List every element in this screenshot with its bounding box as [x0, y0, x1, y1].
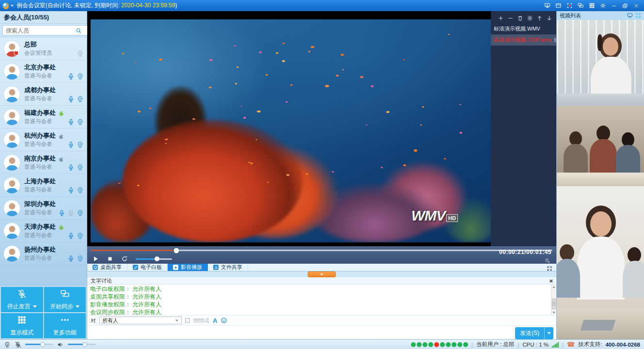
mic-icon[interactable]	[58, 209, 65, 217]
playlist-item[interactable]: 高清演示视频-720P.wmv删除	[491, 34, 556, 46]
webcam-off-icon[interactable]	[77, 50, 84, 57]
webcam-icon[interactable]	[77, 209, 84, 217]
send-options-chevron-icon[interactable]	[545, 332, 553, 334]
participant-name: 总部	[24, 40, 37, 49]
tab-item[interactable]: 文件共享	[208, 264, 248, 271]
webcam-icon[interactable]	[77, 118, 84, 126]
participant-row[interactable]: 杭州办事处普通与会者	[0, 128, 87, 151]
participant-row[interactable]: 南京办事处普通与会者	[0, 151, 87, 174]
speaker-icon[interactable]	[57, 341, 64, 348]
webcam-icon[interactable]	[77, 232, 84, 239]
system-menu-chevron-icon[interactable]	[11, 5, 14, 7]
scroll-down-icon[interactable]	[552, 312, 555, 314]
tab-item[interactable]: 桌面共享	[87, 264, 127, 271]
tab-active-item[interactable]: 影音播放	[168, 264, 208, 271]
close-icon[interactable]	[631, 1, 641, 10]
video-mode-icon[interactable]	[627, 13, 633, 18]
participant-row[interactable]: 上海办事处普通与会者	[0, 174, 87, 197]
restore-icon[interactable]	[620, 1, 630, 10]
mic-icon[interactable]	[67, 232, 75, 239]
scroll-up-icon[interactable]	[552, 286, 555, 288]
whisper-checkbox[interactable]	[185, 318, 190, 323]
participant-row[interactable]: 深圳办事处普通与会者	[0, 197, 87, 220]
playlist-item[interactable]: 标清演示视频.WMV	[491, 23, 556, 34]
participant-avatar	[3, 109, 20, 126]
recipient-select[interactable]: 所有人	[99, 317, 182, 324]
search-icon[interactable]	[76, 27, 82, 33]
participant-row[interactable]: 成都办事处普通与会者	[0, 83, 87, 106]
mic-muted-status-icon[interactable]	[15, 341, 21, 348]
action-button[interactable]: 开始同步	[44, 287, 86, 312]
seek-bar[interactable]	[91, 250, 552, 251]
chat-message: 会议同步权限： 允许所有人	[90, 308, 548, 315]
record-icon[interactable]	[565, 1, 574, 10]
webcam-icon[interactable]	[77, 95, 84, 103]
action-button[interactable]: 显示模式	[1, 313, 43, 338]
play-button[interactable]	[92, 255, 99, 262]
webcam-icon[interactable]	[77, 73, 84, 80]
minimize-icon[interactable]	[609, 1, 619, 10]
action-button[interactable]: 更多功能	[44, 313, 86, 338]
tab-item[interactable]: 电子白板	[127, 264, 168, 271]
webcam-status-icon[interactable]	[4, 341, 11, 348]
chat-scrollbar[interactable]	[551, 285, 556, 315]
mic-volume-slider[interactable]	[25, 344, 53, 345]
webcam-icon[interactable]	[77, 164, 84, 171]
video-thumbnail-1[interactable]	[557, 20, 644, 106]
send-button[interactable]: 发送(S)	[515, 327, 553, 339]
chat-fullscreen-icon[interactable]	[547, 265, 552, 270]
webcam-icon[interactable]	[77, 187, 84, 194]
webcam-icon[interactable]	[77, 255, 84, 262]
stop-button[interactable]	[107, 255, 113, 262]
chevron-down-icon[interactable]	[76, 305, 79, 308]
mic-icon[interactable]	[67, 95, 75, 103]
volume-slider[interactable]	[136, 258, 172, 260]
font-button[interactable]: A	[213, 317, 217, 324]
volume-handle[interactable]	[155, 256, 159, 261]
scrollbar-thumb[interactable]	[552, 299, 556, 309]
settings-gear-icon[interactable]	[598, 1, 608, 10]
webcam-icon[interactable]	[77, 141, 84, 148]
mic-icon[interactable]	[67, 141, 75, 148]
playlist-item-delete[interactable]: 删除	[552, 37, 556, 44]
participant-row[interactable]: 北京办事处普通与会者	[0, 60, 87, 83]
participant-row[interactable]: 福建办事处普通与会者	[0, 106, 87, 128]
mic-icon[interactable]	[67, 255, 75, 262]
chat-close-icon[interactable]: ×	[549, 278, 553, 284]
chevron-down-icon[interactable]	[33, 305, 37, 308]
chat-collapse-handle[interactable]	[308, 271, 336, 277]
replay-button[interactable]	[121, 255, 128, 262]
video-thumbnail-2[interactable]	[557, 106, 644, 186]
video-expand-icon[interactable]	[635, 13, 641, 18]
move-up-icon[interactable]	[536, 15, 543, 21]
seek-handle[interactable]	[174, 248, 179, 253]
participant-row[interactable]: 总部会议管理员	[0, 37, 87, 60]
speaker-volume-slider[interactable]	[68, 344, 96, 345]
webcam-off-icon[interactable]	[67, 209, 75, 217]
delete-icon[interactable]	[517, 15, 523, 21]
move-down-icon[interactable]	[546, 15, 552, 21]
mic-icon[interactable]	[67, 73, 75, 80]
settings-icon[interactable]	[527, 15, 533, 21]
message-input-area[interactable]: 发送(S)	[87, 326, 556, 339]
add-icon[interactable]	[498, 15, 504, 21]
video-content[interactable]: WMV HD	[91, 19, 491, 242]
remove-icon[interactable]	[507, 15, 514, 21]
mic-icon[interactable]	[67, 164, 75, 171]
layout-grid-icon	[17, 315, 27, 327]
dither-grid-icon[interactable]	[587, 1, 597, 10]
mic-icon[interactable]	[67, 187, 75, 194]
emoji-button[interactable]	[220, 317, 227, 324]
participant-row[interactable]: 天津办事处普通与会者	[0, 220, 87, 242]
action-button[interactable]: 停止发言	[1, 287, 43, 312]
window-mode-icon[interactable]	[553, 1, 563, 10]
participant-name: 成都办事处	[24, 86, 56, 95]
video-thumbnail-3[interactable]	[557, 186, 644, 339]
screen-broadcast-icon[interactable]	[542, 1, 552, 10]
screen-cast-icon[interactable]	[576, 1, 585, 10]
playlist-toggle-icon[interactable]	[544, 257, 551, 263]
participant-avatar	[3, 86, 20, 103]
mic-icon[interactable]	[67, 118, 75, 126]
action-button-label: 停止发言	[7, 302, 31, 311]
participant-row[interactable]: 扬州办事处普通与会者	[0, 242, 87, 265]
